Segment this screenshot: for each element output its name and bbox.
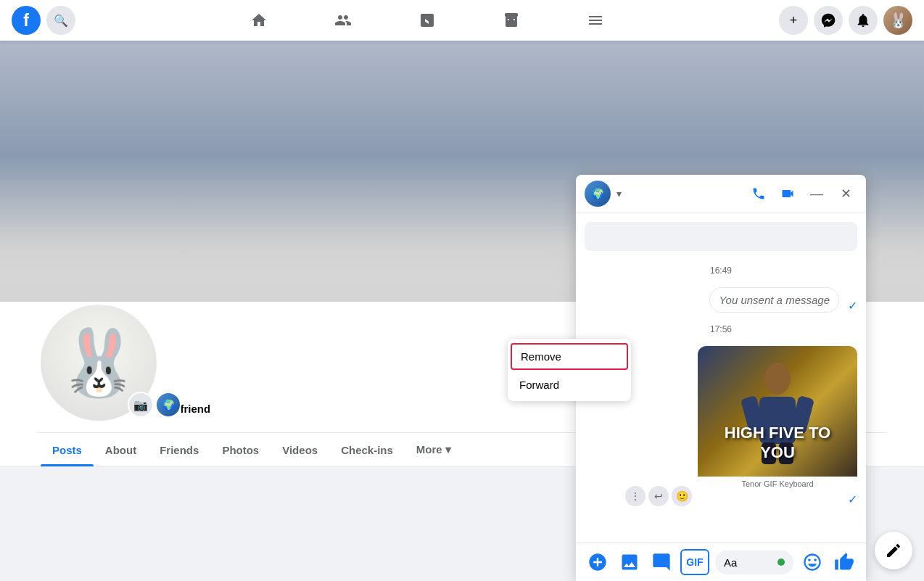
marketplace-icon bbox=[503, 12, 520, 29]
previous-message-placeholder bbox=[585, 222, 857, 251]
message-react-button[interactable]: 🙂 bbox=[672, 486, 692, 506]
menu-icon bbox=[587, 12, 604, 29]
gif-image-display: HIGH FIVE TO YOU bbox=[698, 346, 857, 477]
message-input-placeholder: Aa bbox=[724, 556, 737, 569]
create-button[interactable]: + bbox=[779, 6, 808, 35]
chat-contact-avatar[interactable]: 🌍 bbox=[585, 181, 611, 207]
message-more-button[interactable]: ⋮ bbox=[625, 486, 645, 506]
bell-icon bbox=[855, 12, 871, 28]
navbar-left: f 🔍 bbox=[12, 6, 75, 35]
gif-button[interactable]: GIF bbox=[680, 549, 709, 575]
add-attachment-button[interactable] bbox=[585, 549, 611, 575]
tab-posts[interactable]: Posts bbox=[41, 434, 94, 466]
tab-videos[interactable]: Videos bbox=[271, 434, 329, 466]
gif-source-label: Tenor GIF Keyboard bbox=[698, 477, 857, 491]
plus-icon: + bbox=[790, 13, 798, 28]
friends-icon bbox=[334, 12, 352, 29]
message-reply-button[interactable]: ↩ bbox=[648, 486, 669, 506]
navbar: f 🔍 + 🐰 bbox=[0, 0, 924, 41]
phone-icon bbox=[751, 186, 766, 201]
minus-icon: — bbox=[810, 186, 823, 202]
message-check-mark: ✓ bbox=[848, 299, 857, 313]
svg-point-0 bbox=[764, 363, 791, 395]
notifications-button[interactable] bbox=[849, 6, 878, 35]
time-label-1649: 16:49 bbox=[585, 260, 857, 281]
search-button[interactable]: 🔍 bbox=[46, 6, 75, 35]
tab-checkins[interactable]: Check-ins bbox=[329, 434, 405, 466]
tab-friends[interactable]: Friends bbox=[148, 434, 210, 466]
home-icon bbox=[250, 12, 268, 29]
nav-friends-button[interactable] bbox=[302, 3, 384, 38]
voice-call-button[interactable] bbox=[747, 182, 770, 205]
photo-video-button[interactable] bbox=[616, 549, 643, 575]
tab-about[interactable]: About bbox=[94, 434, 148, 466]
navbar-center bbox=[218, 3, 636, 38]
avatar-image: 🐰 bbox=[889, 12, 907, 29]
unsent-message-row: You unsent a message ✓ bbox=[585, 287, 857, 313]
profile-avatar-wrapper: 🐰 📷 🌍 bbox=[38, 302, 160, 424]
compose-icon bbox=[885, 542, 902, 559]
plus-circle-icon bbox=[587, 552, 608, 572]
video-icon bbox=[780, 186, 795, 201]
like-button[interactable] bbox=[831, 549, 857, 575]
nav-marketplace-button[interactable] bbox=[471, 3, 552, 38]
nav-watch-button[interactable] bbox=[387, 3, 468, 38]
message-actions: ⋮ ↩ 🙂 bbox=[625, 486, 692, 506]
navbar-right: + 🐰 bbox=[779, 6, 912, 35]
tab-more[interactable]: More ▾ bbox=[405, 433, 463, 466]
tab-photos[interactable]: Photos bbox=[210, 434, 271, 466]
chat-chevron-button[interactable]: ▾ bbox=[616, 188, 622, 199]
chat-header: 🌍 ▾ — ✕ bbox=[576, 175, 866, 213]
facebook-logo[interactable]: f bbox=[12, 6, 41, 35]
unsent-message-bubble: You unsent a message bbox=[709, 287, 839, 313]
online-status-dot bbox=[777, 559, 785, 566]
messenger-button[interactable] bbox=[814, 6, 843, 35]
search-icon: 🔍 bbox=[54, 14, 68, 28]
friend-avatar[interactable]: 🌍 bbox=[155, 392, 181, 418]
compose-button[interactable] bbox=[875, 532, 912, 569]
watch-icon bbox=[418, 12, 436, 29]
close-icon: ✕ bbox=[841, 186, 851, 202]
gif-message[interactable]: HIGH FIVE TO YOU Tenor GIF Keyboard bbox=[698, 346, 857, 491]
emoji-icon bbox=[802, 552, 822, 572]
change-photo-button[interactable]: 📷 bbox=[128, 392, 154, 418]
context-menu: Remove Forward bbox=[508, 339, 631, 401]
nav-home-button[interactable] bbox=[218, 3, 300, 38]
chat-header-actions: — ✕ bbox=[747, 182, 857, 205]
messenger-icon bbox=[820, 12, 836, 28]
sticker-button[interactable] bbox=[648, 549, 675, 575]
minimize-chat-button[interactable]: — bbox=[805, 182, 828, 205]
nav-menu-button[interactable] bbox=[555, 3, 636, 38]
camera-icon: 📷 bbox=[133, 398, 148, 412]
emoji-button[interactable] bbox=[799, 549, 825, 575]
video-call-button[interactable] bbox=[776, 182, 799, 205]
forward-option[interactable]: Forward bbox=[508, 371, 631, 398]
thumbs-up-icon bbox=[834, 552, 854, 572]
gif-check-mark: ✓ bbox=[848, 493, 857, 506]
time-label-1756: 17:56 bbox=[585, 318, 857, 340]
friend-avatar-image: 🌍 bbox=[162, 399, 175, 411]
close-chat-button[interactable]: ✕ bbox=[834, 182, 857, 205]
image-icon bbox=[619, 552, 640, 572]
gif-text-overlay: HIGH FIVE TO YOU bbox=[698, 424, 857, 462]
message-input[interactable]: Aa bbox=[715, 551, 793, 574]
remove-option[interactable]: Remove bbox=[511, 343, 628, 370]
chat-header-left: 🌍 ▾ bbox=[585, 181, 622, 207]
user-avatar[interactable]: 🐰 bbox=[883, 6, 912, 35]
sticker-icon bbox=[651, 552, 672, 572]
chat-footer: GIF Aa bbox=[576, 543, 866, 581]
